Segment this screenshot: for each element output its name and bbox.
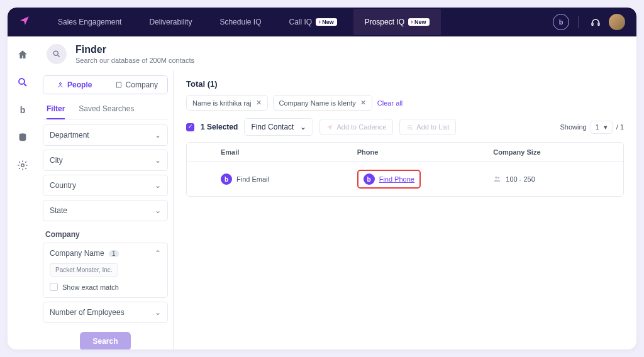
- rail-search-icon[interactable]: [16, 75, 30, 89]
- people-icon: [493, 175, 501, 184]
- page-selector[interactable]: 1▾: [591, 121, 613, 134]
- filter-state[interactable]: State⌄: [43, 200, 167, 221]
- chevron-down-icon: ⌄: [155, 131, 161, 140]
- nav-sales-engagement[interactable]: Sales Engagement: [47, 9, 133, 35]
- filter-company-name[interactable]: Company Name 1 ⌃: [43, 243, 167, 263]
- filter-chip: Company Name is klenty✕: [273, 95, 372, 111]
- filter-subtabs: Filter Saved Searches: [43, 101, 168, 119]
- results-total: Total (1): [186, 79, 624, 89]
- action-bar: 1 Selected Find Contact⌄ Add to Cadence …: [186, 118, 624, 136]
- new-badge: New: [316, 18, 337, 26]
- page-title: Finder: [75, 44, 194, 55]
- caret-down-icon: ▾: [604, 123, 608, 131]
- table-row: b Find Email b Find Phone: [187, 162, 623, 196]
- svg-point-18: [498, 177, 500, 178]
- results-area: Total (1) Name is krithika raj✕ Company …: [174, 70, 636, 349]
- clear-all-link[interactable]: Clear all: [377, 99, 402, 107]
- svg-line-7: [58, 55, 60, 57]
- chevron-down-icon: ⌄: [155, 181, 161, 190]
- rail-database-icon[interactable]: [16, 131, 30, 145]
- chevron-down-icon: ⌄: [300, 123, 306, 131]
- find-email-link[interactable]: Find Email: [236, 175, 269, 183]
- filter-num-employees[interactable]: Number of Employees⌄: [43, 302, 167, 322]
- svg-line-3: [24, 84, 26, 86]
- find-contact-dropdown[interactable]: Find Contact⌄: [244, 118, 313, 136]
- new-badge: New: [408, 18, 430, 26]
- remove-chip-icon[interactable]: ✕: [256, 99, 262, 107]
- plan-badge[interactable]: b: [553, 14, 569, 30]
- nav-prospect-iq[interactable]: Prospect IQNew: [353, 9, 441, 35]
- left-rail: b: [8, 36, 38, 349]
- user-avatar[interactable]: [609, 14, 625, 30]
- checkbox-icon: [50, 283, 58, 291]
- filter-country[interactable]: Country⌄: [43, 175, 167, 195]
- results-table: Email Phone Company Size b Find Email: [186, 142, 624, 197]
- brand-dot-icon: b: [221, 173, 232, 185]
- company-section-label: Company: [43, 225, 168, 243]
- find-phone-link[interactable]: Find Phone: [379, 175, 414, 183]
- search-button[interactable]: Search: [80, 332, 130, 349]
- chevron-down-icon: ⌄: [155, 206, 161, 215]
- tab-people[interactable]: People: [43, 76, 106, 94]
- headset-icon[interactable]: [587, 14, 604, 30]
- col-company-size: Company Size: [487, 143, 623, 162]
- page-subtitle: Search our database of 200M contacts: [75, 57, 194, 64]
- entity-tabs: People Company: [43, 75, 168, 94]
- chevron-up-icon: ⌃: [155, 249, 161, 258]
- company-size-value: 100 - 250: [506, 175, 535, 183]
- svg-point-5: [21, 164, 25, 167]
- filter-panel: People Company Filter Saved Searches Dep…: [38, 70, 174, 349]
- filter-department[interactable]: Department⌄: [43, 125, 167, 145]
- subtab-filter[interactable]: Filter: [47, 101, 65, 119]
- nav-deliverability[interactable]: Deliverability: [138, 9, 203, 35]
- svg-rect-0: [592, 23, 593, 25]
- col-phone: Phone: [351, 143, 487, 162]
- select-all-checkbox[interactable]: [186, 123, 194, 131]
- active-filters: Name is krithika raj✕ Company Name is kl…: [186, 95, 624, 111]
- svg-point-2: [19, 79, 25, 84]
- svg-point-6: [53, 51, 58, 55]
- finder-icon: [47, 44, 67, 64]
- brand-dot-icon: b: [364, 173, 375, 185]
- find-phone-highlight: b Find Phone: [357, 170, 421, 189]
- filter-city[interactable]: City⌄: [43, 150, 167, 170]
- app-logo: [19, 15, 30, 29]
- subtab-saved[interactable]: Saved Searches: [79, 101, 134, 119]
- rail-b-icon[interactable]: b: [16, 103, 30, 117]
- chevron-down-icon: ⌄: [155, 308, 161, 317]
- rail-settings-icon[interactable]: [16, 158, 30, 172]
- filter-chip: Name is krithika raj✕: [186, 95, 268, 111]
- rail-home-icon[interactable]: [16, 48, 30, 62]
- tab-company[interactable]: Company: [106, 76, 168, 94]
- exact-match-checkbox[interactable]: Show exact match: [50, 283, 161, 291]
- add-to-list-button[interactable]: Add to List: [399, 119, 456, 135]
- nav-schedule-iq[interactable]: Schedule IQ: [208, 9, 272, 35]
- svg-point-8: [60, 83, 62, 85]
- nav-call-iq[interactable]: Call IQNew: [277, 9, 348, 35]
- pagination: Showing 1▾ / 1: [560, 121, 624, 134]
- add-to-cadence-button[interactable]: Add to Cadence: [319, 119, 393, 135]
- selected-count: 1 Selected: [201, 123, 238, 131]
- svg-point-17: [496, 176, 497, 178]
- remove-chip-icon[interactable]: ✕: [360, 99, 366, 107]
- svg-rect-1: [598, 23, 599, 25]
- company-chip[interactable]: Packet Monster, Inc.: [50, 263, 118, 277]
- top-nav: Sales Engagement Deliverability Schedule…: [8, 8, 636, 36]
- chevron-down-icon: ⌄: [155, 156, 161, 165]
- col-email: Email: [214, 143, 351, 162]
- page-header: Finder Search our database of 200M conta…: [38, 36, 636, 70]
- svg-rect-9: [116, 82, 121, 87]
